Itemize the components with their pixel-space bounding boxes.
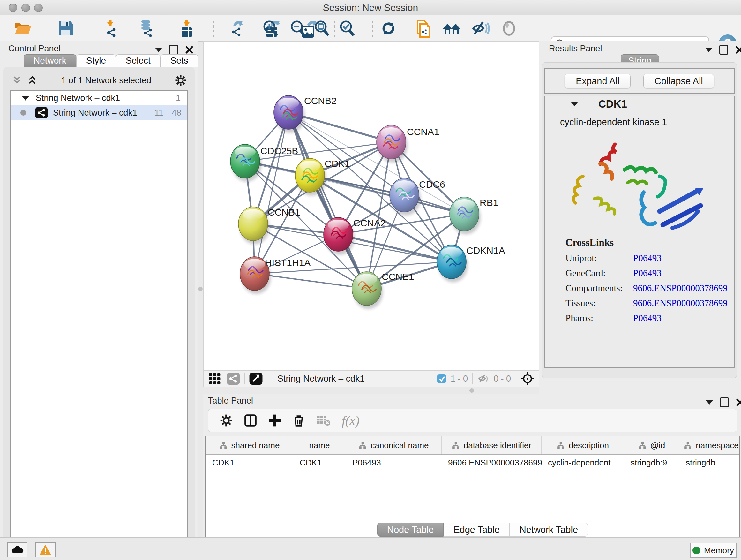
zoom-out-icon[interactable] bbox=[288, 19, 308, 38]
float-panel-icon[interactable] bbox=[169, 45, 178, 55]
crosslink-link[interactable]: P06493 bbox=[633, 313, 662, 323]
network-canvas[interactable]: CCNB2CCNA1CDC25BCDK1CDC6RB1CCNB1CCNA2CDK… bbox=[203, 41, 539, 370]
save-session-icon[interactable] bbox=[56, 19, 75, 38]
zoom-fit-icon[interactable] bbox=[313, 19, 332, 38]
table-options-gear-icon[interactable] bbox=[220, 414, 232, 427]
show-graphics-details-icon[interactable] bbox=[499, 19, 519, 38]
collection-label: String Network – cdk1 bbox=[36, 93, 176, 103]
entry-gene-name: CDK1 bbox=[598, 98, 627, 110]
crosslink-row: Uniprot:P06493 bbox=[565, 253, 728, 263]
collection-expander-icon[interactable] bbox=[22, 96, 29, 101]
window-title: Session: New Session bbox=[0, 2, 741, 13]
column-header-canonical-name[interactable]: canonical name bbox=[346, 436, 442, 454]
refresh-icon[interactable] bbox=[379, 19, 398, 38]
network-edge-CCNE1-HIST1H1A[interactable] bbox=[255, 273, 367, 289]
table-row[interactable]: CDK1CDK1P064939606.ENSP00000378699cyclin… bbox=[206, 455, 739, 470]
float-panel-icon[interactable] bbox=[720, 397, 729, 407]
export-network-icon[interactable] bbox=[227, 19, 247, 38]
node-label-CDK1: CDK1 bbox=[325, 159, 350, 169]
network-view-toolbar: String Network – cdk1 1 - 0 0 - 0 bbox=[203, 370, 539, 387]
network-view-name: String Network – cdk1 bbox=[277, 374, 365, 384]
zoom-in-icon[interactable] bbox=[261, 19, 280, 38]
tab-network[interactable]: Network bbox=[23, 54, 76, 67]
hide-unhide-icon[interactable] bbox=[471, 19, 490, 38]
panel-menu-icon[interactable] bbox=[705, 48, 712, 52]
status-bar: Memory bbox=[0, 537, 741, 560]
column-header-shared-name[interactable]: shared name bbox=[206, 436, 293, 454]
column-header-name[interactable]: name bbox=[293, 436, 346, 454]
crosslink-link[interactable]: P06493 bbox=[633, 253, 662, 263]
protein-structure-image bbox=[564, 132, 714, 253]
column-type-fork-icon bbox=[684, 441, 692, 449]
selected-checkbox-icon[interactable] bbox=[436, 374, 447, 384]
collapse-all-button[interactable]: Collapse All bbox=[643, 74, 714, 88]
network-node-CCNA2[interactable] bbox=[324, 217, 354, 255]
column-header-namespace[interactable]: namespace bbox=[679, 436, 740, 454]
left-splitter-handle[interactable] bbox=[198, 287, 203, 291]
cloud-status-button[interactable] bbox=[7, 542, 27, 557]
panel-menu-icon[interactable] bbox=[155, 48, 162, 52]
import-network-icon[interactable] bbox=[102, 19, 121, 38]
control-panel-title: Control Panel bbox=[8, 44, 61, 54]
network-node-CCNB2[interactable] bbox=[274, 96, 305, 133]
close-panel-icon[interactable] bbox=[735, 46, 741, 54]
network-node-CCNE1[interactable] bbox=[352, 272, 383, 309]
tab-sets[interactable]: Sets bbox=[160, 54, 198, 67]
node-label-CCNA2: CCNA2 bbox=[353, 218, 386, 228]
network-thumbnail-icon[interactable] bbox=[226, 373, 240, 385]
network-node-RB1[interactable] bbox=[450, 197, 481, 234]
tab-select[interactable]: Select bbox=[116, 54, 160, 67]
tab-edge-table[interactable]: Edge Table bbox=[444, 523, 510, 537]
network-row[interactable]: String Network – cdk1 11 48 bbox=[11, 105, 187, 120]
hidden-eye-icon bbox=[477, 374, 490, 384]
crosslink-label: Uniprot: bbox=[565, 253, 633, 263]
float-panel-icon[interactable] bbox=[719, 45, 728, 55]
tab-network-table[interactable]: Network Table bbox=[510, 523, 588, 537]
expand-all-button[interactable]: Expand All bbox=[564, 74, 630, 88]
delete-table-icon bbox=[316, 415, 330, 426]
crosslink-link[interactable]: 9606.ENSP00000378699 bbox=[633, 298, 728, 308]
import-table-icon[interactable] bbox=[177, 19, 196, 38]
show-columns-icon[interactable] bbox=[244, 414, 257, 427]
open-session-icon[interactable] bbox=[13, 19, 32, 38]
table-toolbar: f(x) bbox=[208, 409, 737, 432]
results-panel: Results Panel String Expand All Collapse… bbox=[539, 41, 741, 394]
grid-view-icon[interactable] bbox=[209, 373, 221, 385]
tab-node-table[interactable]: Node Table bbox=[377, 523, 444, 537]
birds-eye-view-icon[interactable] bbox=[249, 373, 263, 385]
expand-all-icon[interactable] bbox=[27, 76, 38, 85]
network-node-CCNA1[interactable] bbox=[377, 125, 408, 163]
delete-column-icon[interactable] bbox=[293, 414, 305, 427]
warnings-button[interactable] bbox=[35, 542, 56, 557]
entry-expander-icon[interactable] bbox=[571, 102, 578, 106]
zoom-selected-icon[interactable] bbox=[338, 19, 357, 38]
column-header-database-identifier[interactable]: database identifier bbox=[442, 436, 542, 454]
network-node-CDC25B[interactable] bbox=[230, 144, 261, 182]
crosslink-link[interactable]: 9606.ENSP00000378699 bbox=[633, 283, 728, 294]
column-header--id[interactable]: @id bbox=[624, 436, 679, 454]
memory-button[interactable]: Memory bbox=[690, 543, 737, 558]
table-panel-splitter[interactable] bbox=[203, 387, 539, 394]
close-panel-icon[interactable] bbox=[736, 398, 741, 407]
crosslink-label: Compartments: bbox=[565, 283, 633, 294]
network-status-dot-icon bbox=[20, 110, 26, 116]
panel-menu-icon[interactable] bbox=[706, 400, 713, 405]
collapse-all-icon[interactable] bbox=[11, 76, 22, 85]
table-panel: Table Panel f(x) shared namenamecanonica… bbox=[203, 394, 741, 537]
crosslink-link[interactable]: P06493 bbox=[633, 268, 662, 278]
add-column-icon[interactable] bbox=[268, 414, 281, 427]
network-edge-CCNB2-HIST1H1A[interactable] bbox=[255, 112, 288, 273]
tab-style[interactable]: Style bbox=[76, 54, 116, 67]
copy-network-icon[interactable] bbox=[414, 19, 433, 38]
column-header-description[interactable]: description bbox=[542, 436, 624, 454]
network-node-CDK1[interactable] bbox=[295, 159, 326, 196]
reset-view-crosshair-icon[interactable] bbox=[521, 372, 535, 386]
network-view: CCNB2CCNA1CDC25BCDK1CDC6RB1CCNB1CCNA2CDK… bbox=[203, 41, 539, 394]
network-collection-row[interactable]: String Network – cdk1 1 bbox=[11, 91, 187, 105]
network-options-gear-icon[interactable] bbox=[175, 75, 186, 86]
close-panel-icon[interactable] bbox=[185, 46, 193, 54]
home-icon[interactable] bbox=[442, 19, 461, 38]
column-type-fork-icon bbox=[452, 441, 460, 449]
import-network-from-database-icon[interactable] bbox=[137, 19, 156, 38]
network-node-CDKN1A[interactable] bbox=[437, 245, 468, 282]
